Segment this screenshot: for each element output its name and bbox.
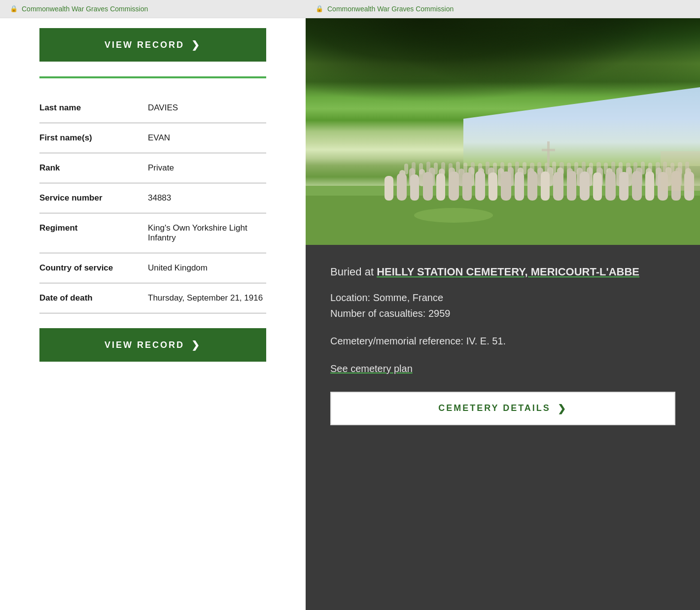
death-row: Date of death Thursday, September 21, 19… bbox=[39, 283, 266, 313]
svg-rect-84 bbox=[553, 172, 563, 201]
view-record-bottom-label: VIEW RECORD bbox=[105, 340, 184, 350]
svg-rect-71 bbox=[385, 176, 393, 201]
svg-rect-90 bbox=[632, 171, 642, 201]
rank-row: Rank Private bbox=[39, 153, 266, 183]
svg-rect-1 bbox=[306, 196, 700, 245]
location-info: Location: Somme, France Number of casual… bbox=[330, 290, 675, 321]
cemetery-details-button[interactable]: CEMETERY DETAILS ❯ bbox=[330, 392, 675, 425]
svg-rect-89 bbox=[619, 172, 629, 201]
info-panel: Buried at HEILLY STATION CEMETERY, MERIC… bbox=[306, 245, 700, 610]
svg-rect-80 bbox=[501, 171, 511, 201]
svg-rect-77 bbox=[462, 172, 472, 201]
svg-rect-79 bbox=[489, 172, 497, 201]
service-number-value: 34883 bbox=[148, 193, 266, 203]
svg-rect-76 bbox=[449, 171, 459, 201]
view-record-bottom-button[interactable]: VIEW RECORD ❯ bbox=[39, 328, 266, 362]
headstones-svg bbox=[306, 87, 700, 245]
memorial-ref: Cemetery/memorial reference: IV. E. 51. bbox=[330, 334, 675, 348]
casualties-value: 2959 bbox=[428, 308, 451, 319]
record-table: Last name DAVIES First name(s) EVAN Rank… bbox=[39, 93, 266, 313]
view-record-top-label: VIEW RECORD bbox=[105, 40, 184, 50]
country-row: Country of service United Kingdom bbox=[39, 253, 266, 283]
org-name-left: Commonwealth War Graves Commission bbox=[22, 5, 148, 13]
view-record-top-button[interactable]: VIEW RECORD ❯ bbox=[39, 28, 266, 62]
country-value: United Kingdom bbox=[148, 263, 266, 273]
lock-icon-left: 🔒 bbox=[10, 5, 18, 13]
cemetery-name-link[interactable]: HEILLY STATION CEMETERY, MERICOURT-L'ABB… bbox=[377, 266, 639, 278]
svg-rect-73 bbox=[410, 174, 419, 201]
regiment-label: Regiment bbox=[39, 223, 148, 233]
service-number-label: Service number bbox=[39, 193, 148, 203]
svg-rect-83 bbox=[541, 171, 550, 201]
country-label: Country of service bbox=[39, 263, 148, 273]
regiment-row: Regiment King's Own Yorkshire Light Infa… bbox=[39, 213, 266, 253]
left-header: 🔒 Commonwealth War Graves Commission bbox=[0, 0, 306, 18]
cemetery-details-chevron: ❯ bbox=[558, 403, 567, 414]
svg-rect-86 bbox=[580, 171, 590, 201]
location-label: Location: bbox=[330, 292, 370, 303]
regiment-value: King's Own Yorkshire Light Infantry bbox=[148, 223, 266, 243]
right-panel: 🔒 Commonwealth War Graves Commission bbox=[306, 0, 700, 610]
svg-rect-82 bbox=[527, 171, 537, 201]
svg-rect-96 bbox=[542, 149, 555, 151]
death-label: Date of death bbox=[39, 293, 148, 303]
svg-rect-87 bbox=[593, 172, 602, 201]
first-name-value: EVAN bbox=[148, 133, 266, 143]
svg-rect-75 bbox=[436, 173, 445, 201]
svg-rect-72 bbox=[397, 173, 407, 201]
rank-value: Private bbox=[148, 163, 266, 173]
last-name-label: Last name bbox=[39, 103, 148, 113]
location-value: Somme, France bbox=[373, 292, 443, 303]
memorial-ref-value: IV. E. 51. bbox=[466, 336, 506, 346]
buried-at-prefix: Buried at bbox=[330, 266, 374, 278]
buried-at-text: Buried at HEILLY STATION CEMETERY, MERIC… bbox=[330, 265, 675, 280]
see-cemetery-plan-link[interactable]: See cemetery plan bbox=[330, 363, 413, 374]
svg-rect-95 bbox=[547, 141, 550, 169]
cemetery-details-label: CEMETERY DETAILS bbox=[438, 403, 551, 413]
left-panel: 🔒 Commonwealth War Graves Commission VIE… bbox=[0, 0, 306, 610]
svg-rect-81 bbox=[515, 172, 524, 201]
view-record-top-chevron: ❯ bbox=[191, 39, 201, 51]
svg-rect-91 bbox=[645, 171, 654, 201]
svg-rect-85 bbox=[567, 171, 576, 201]
cemetery-photo bbox=[306, 18, 700, 245]
right-header: 🔒 Commonwealth War Graves Commission bbox=[306, 0, 700, 18]
rank-label: Rank bbox=[39, 163, 148, 173]
lock-icon-right: 🔒 bbox=[315, 5, 323, 13]
view-record-bottom-chevron: ❯ bbox=[191, 339, 201, 351]
last-name-row: Last name DAVIES bbox=[39, 93, 266, 123]
svg-rect-78 bbox=[475, 171, 485, 201]
org-name-right: Commonwealth War Graves Commission bbox=[327, 5, 454, 13]
last-name-value: DAVIES bbox=[148, 103, 266, 113]
memorial-ref-label: Cemetery/memorial reference: bbox=[330, 336, 463, 346]
service-number-row: Service number 34883 bbox=[39, 183, 266, 213]
svg-point-98 bbox=[414, 208, 493, 223]
green-divider bbox=[39, 76, 266, 78]
death-value: Thursday, September 21, 1916 bbox=[148, 293, 266, 303]
svg-rect-88 bbox=[605, 171, 616, 201]
first-name-label: First name(s) bbox=[39, 133, 148, 143]
svg-rect-97 bbox=[661, 151, 700, 191]
casualties-label: Number of casualties: bbox=[330, 308, 425, 319]
svg-rect-74 bbox=[423, 172, 433, 201]
first-name-row: First name(s) EVAN bbox=[39, 123, 266, 153]
